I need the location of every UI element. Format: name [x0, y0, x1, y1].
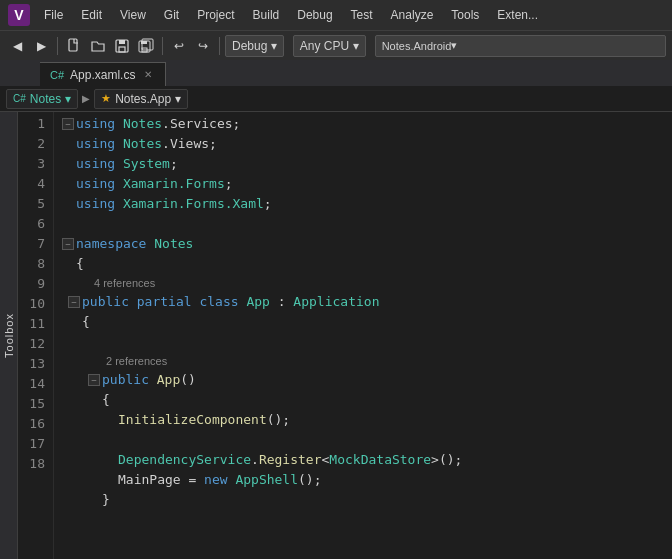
menu-bar: V File Edit View Git Project Build Debug… — [0, 0, 672, 30]
code-line-18: } — [62, 490, 672, 510]
code-line-15 — [62, 430, 672, 450]
breadcrumb-namespace-label: Notes — [30, 92, 61, 106]
collapse-btn-12[interactable]: − — [88, 374, 100, 386]
ref-hint-1: 4 references — [62, 274, 672, 292]
code-line-9: − public partial class App : Application — [62, 292, 672, 312]
code-line-14: InitializeComponent(); — [62, 410, 672, 430]
collapse-btn-9[interactable]: − — [68, 296, 80, 308]
forward-button[interactable]: ▶ — [30, 35, 52, 57]
tab-filename: App.xaml.cs — [70, 68, 135, 82]
platform-dropdown[interactable]: Any CPU ▾ — [293, 35, 366, 57]
line-numbers: 1 2 3 4 5 6 7 8 9 10 11 12 13 14 15 16 1… — [18, 112, 54, 559]
csharp-file-icon: C# — [50, 69, 64, 81]
menu-debug[interactable]: Debug — [289, 4, 340, 26]
toolbar-sep-1 — [57, 37, 58, 55]
toolbar-sep-2 — [162, 37, 163, 55]
breadcrumb-separator: ▶ — [82, 93, 90, 104]
menu-git[interactable]: Git — [156, 4, 187, 26]
code-line-5: using Xamarin.Forms.Xaml; — [62, 194, 672, 214]
code-line-16: DependencyService.Register<MockDataStore… — [62, 450, 672, 470]
menu-tools[interactable]: Tools — [443, 4, 487, 26]
code-line-6 — [62, 214, 672, 234]
code-line-10: { — [62, 312, 672, 332]
collapse-btn-1[interactable]: − — [62, 118, 74, 130]
code-line-3: using System; — [62, 154, 672, 174]
collapse-btn-7[interactable]: − — [62, 238, 74, 250]
menu-project[interactable]: Project — [189, 4, 242, 26]
ref-hint-1-label: 4 references — [94, 273, 155, 293]
svg-rect-2 — [69, 39, 77, 51]
project-dropdown[interactable]: Notes.Android ▾ — [375, 35, 666, 57]
menu-test[interactable]: Test — [343, 4, 381, 26]
csharp-icon: C# — [13, 93, 26, 104]
save-button[interactable] — [111, 35, 133, 57]
code-editor[interactable]: − using Notes.Services; using Notes.View… — [54, 112, 672, 559]
editor-container: Toolbox 1 2 3 4 5 6 7 8 9 10 11 12 13 14… — [0, 112, 672, 559]
redo-button[interactable]: ↪ — [192, 35, 214, 57]
svg-text:V: V — [14, 7, 24, 23]
ref-hint-2-label: 2 references — [106, 351, 167, 371]
svg-rect-4 — [119, 40, 125, 44]
menu-analyze[interactable]: Analyze — [383, 4, 442, 26]
vs-logo-icon: V — [8, 4, 30, 26]
menu-build[interactable]: Build — [245, 4, 288, 26]
toolbox-label: Toolbox — [3, 313, 15, 358]
code-line-17: MainPage = new AppShell(); — [62, 470, 672, 490]
code-line-1: − using Notes.Services; — [62, 114, 672, 134]
code-line-4: using Xamarin.Forms; — [62, 174, 672, 194]
breadcrumb-bar: C# Notes ▾ ▶ ★ Notes.App ▾ — [0, 86, 672, 112]
menu-extensions[interactable]: Exten... — [489, 4, 546, 26]
tab-bar: C# App.xaml.cs ✕ — [0, 60, 672, 86]
toolbox-panel[interactable]: Toolbox — [0, 112, 18, 559]
notes-app-icon: ★ — [101, 92, 111, 105]
breadcrumb-project[interactable]: ★ Notes.App ▾ — [94, 89, 188, 109]
code-line-12: − public App() — [62, 370, 672, 390]
new-file-button[interactable] — [63, 35, 85, 57]
code-line-7: − namespace Notes — [62, 234, 672, 254]
code-line-13: { — [62, 390, 672, 410]
svg-rect-5 — [119, 47, 125, 52]
tab-close-button[interactable]: ✕ — [141, 68, 155, 82]
open-file-button[interactable] — [87, 35, 109, 57]
menu-view[interactable]: View — [112, 4, 154, 26]
code-line-2: using Notes.Views; — [62, 134, 672, 154]
tab-app-xaml-cs[interactable]: C# App.xaml.cs ✕ — [40, 62, 166, 86]
back-button[interactable]: ◀ — [6, 35, 28, 57]
breadcrumb-project-label: Notes.App — [115, 92, 171, 106]
toolbar: ◀ ▶ ↩ ↪ Debug ▾ Any CPU ▾ Notes.Android … — [0, 30, 672, 60]
breadcrumb-namespace[interactable]: C# Notes ▾ — [6, 89, 78, 109]
menu-file[interactable]: File — [36, 4, 71, 26]
save-all-button[interactable] — [135, 35, 157, 57]
undo-button[interactable]: ↩ — [168, 35, 190, 57]
ref-hint-2: 2 references — [62, 352, 672, 370]
debug-config-dropdown[interactable]: Debug ▾ — [225, 35, 284, 57]
code-line-8: { — [62, 254, 672, 274]
menu-edit[interactable]: Edit — [73, 4, 110, 26]
code-line-11 — [62, 332, 672, 352]
toolbar-sep-3 — [219, 37, 220, 55]
